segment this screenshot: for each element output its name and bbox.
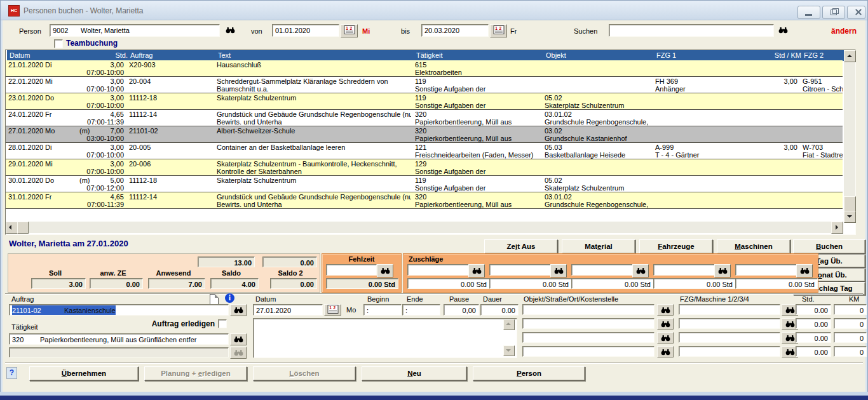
table-row[interactable]: 30.01.2020 Do(m)5,0007:00-12:0011112-18S… <box>6 176 843 192</box>
buchen-button[interactable]: Buchen <box>793 239 865 254</box>
zeit-aus-button[interactable]: Zeit Aus <box>484 239 558 254</box>
zuschlaege-panel: Zuschläge 0.00 Std0.00 Std0.00 Std0.00 S… <box>403 253 818 293</box>
new-document-icon[interactable] <box>210 294 219 305</box>
objekt-input-3[interactable] <box>522 332 654 343</box>
person-search-icon[interactable] <box>224 25 236 35</box>
person-input[interactable]: 9002Wolter, Marietta <box>50 24 220 37</box>
textarea-scroll-up-button[interactable] <box>503 319 515 330</box>
minimize-button[interactable] <box>797 6 820 19</box>
von-date-input[interactable]: 01.01.2020 <box>272 24 339 37</box>
zuschlag-input-5[interactable] <box>735 264 797 276</box>
objekt-search-icon-2[interactable] <box>657 318 674 330</box>
table-row[interactable]: 22.01.2020 Mi3,0007:00-10:0020-004Schred… <box>6 77 843 93</box>
teambuchung-checkbox[interactable] <box>54 39 63 48</box>
table-row[interactable]: 28.01.2020 Di3,0007:00-10:0020-005Contai… <box>6 143 843 159</box>
fzg-input-2[interactable] <box>679 318 780 329</box>
table-row[interactable]: 29.01.2020 Mi3,0007:00-10:0020-006Skater… <box>6 159 843 176</box>
fahrzeuge-button[interactable]: Fahrzeuge <box>639 239 713 254</box>
zuschlag-total-2: 0.00 Std <box>489 278 572 289</box>
taetigkeit2-input-disabled <box>9 347 229 357</box>
bis-date-input[interactable]: 20.03.2020 <box>421 24 489 37</box>
objekt-input-4[interactable] <box>522 346 654 357</box>
planung-erledigen-button[interactable]: Planung + erledigen <box>144 366 247 381</box>
column-header-obj[interactable]: Objekt <box>543 50 654 61</box>
datum-input[interactable]: 27.01.2020 <box>253 304 323 316</box>
fzg-input-4[interactable] <box>679 346 780 357</box>
ende-input[interactable]: : <box>402 304 440 316</box>
beginn-input[interactable]: : <box>363 304 402 316</box>
auftrag-erledigen-checkbox[interactable] <box>218 319 227 328</box>
table-row-selected[interactable]: 27.01.2020 Mo(m)7,0003:00-10:0021101-02A… <box>6 126 843 143</box>
title-bar[interactable]: HC Personen buchen - Wolter, Marietta <box>1 1 867 20</box>
suchen-input[interactable] <box>609 24 774 37</box>
zuschlag-search-icon-1[interactable] <box>468 264 485 277</box>
aendern-link[interactable]: ändern <box>831 27 857 36</box>
scroll-down-button[interactable] <box>844 211 856 223</box>
taetigkeit-search-icon[interactable] <box>230 333 247 345</box>
column-header-std[interactable]: Std. <box>77 50 131 61</box>
table-row[interactable]: 24.01.2020 Fr4,6507:00-11:3911112-14Grun… <box>6 110 843 126</box>
objekt-search-icon-3[interactable] <box>657 332 674 343</box>
column-header-fzg2[interactable]: FZG 2 <box>801 50 846 61</box>
column-header-auftrag[interactable]: Auftrag <box>128 50 216 61</box>
table-row[interactable]: 31.01.2020 Fr4,6507:00-11:3911112-14Grun… <box>6 192 843 209</box>
auftrag-input[interactable]: 21101-02Kastanienschule <box>9 304 229 316</box>
von-calendar-button[interactable]: 12 <box>341 24 358 37</box>
scroll-right-button[interactable] <box>831 222 843 234</box>
loeschen-button[interactable]: Löschen <box>253 366 356 381</box>
table-row[interactable]: 21.01.2020 Di3,0007:00-10:00X20-903Hausa… <box>6 60 843 77</box>
objekt-input-2[interactable] <box>522 318 654 329</box>
auftrag-selection: 21101-02Kastanienschule <box>12 305 116 315</box>
zuschlag-total-3: 0.00 Std <box>571 278 654 289</box>
zuschlag-search-icon-3[interactable] <box>632 264 649 277</box>
bemerkung-textarea[interactable] <box>253 318 517 358</box>
column-header-datum[interactable]: Datum <box>7 50 81 61</box>
zuschlag-input-1[interactable] <box>407 264 470 276</box>
column-header-text[interactable]: Text <box>215 50 414 61</box>
neu-button[interactable]: Neu <box>362 366 467 381</box>
maschinen-button[interactable]: Maschinen <box>717 239 790 254</box>
objekt-search-icon-1[interactable] <box>657 304 674 316</box>
material-button[interactable]: Material <box>562 239 635 254</box>
vertical-scroll-thumb[interactable] <box>844 196 856 211</box>
horizontal-scroll-thumb[interactable] <box>17 222 29 234</box>
svg-text:1: 1 <box>346 26 348 30</box>
km-value-1: 0 <box>834 304 867 315</box>
zuschlag-search-icon-5[interactable] <box>796 264 813 277</box>
zuschlag-input-2[interactable] <box>489 264 552 276</box>
bis-calendar-button[interactable]: 12 <box>490 24 507 37</box>
help-icon[interactable]: ? <box>6 367 17 379</box>
column-header-taet[interactable]: Tätigkeit <box>414 50 544 61</box>
column-header-stdkm[interactable]: Std / KM <box>753 50 804 61</box>
objekt-search-icon-4[interactable] <box>657 346 674 357</box>
suchen-search-icon[interactable] <box>776 25 789 35</box>
pause-input[interactable]: 0,00 <box>444 304 479 316</box>
scroll-up-button[interactable] <box>844 50 856 62</box>
close-button[interactable] <box>847 6 865 19</box>
person-button[interactable]: Person <box>473 366 585 381</box>
column-header-fzg1[interactable]: FZG 1 <box>654 50 756 61</box>
zuschlag-search-icon-2[interactable] <box>550 264 567 277</box>
objekt-input-1[interactable] <box>522 304 654 315</box>
fehlzeit-input[interactable] <box>326 264 377 276</box>
datum-calendar-button[interactable]: 12 <box>324 304 341 316</box>
uebernehmen-button[interactable]: Übernehmen <box>29 366 139 381</box>
taetigkeit-input[interactable]: 320Papierkorbentleerung, Müll aus Grünfl… <box>9 333 229 345</box>
vertical-scrollbar[interactable] <box>844 50 855 222</box>
fzg-input-1[interactable] <box>679 304 780 315</box>
horizontal-scrollbar[interactable] <box>6 222 843 233</box>
restore-button[interactable] <box>822 6 845 19</box>
info-icon[interactable]: i <box>225 293 234 303</box>
zuschlag-search-icon-4[interactable] <box>714 264 731 277</box>
scroll-left-button[interactable] <box>6 222 18 234</box>
zuschlag-input-4[interactable] <box>653 264 715 276</box>
zuschlag-input-3[interactable] <box>571 264 634 276</box>
fzg-input-3[interactable] <box>679 332 780 343</box>
textarea-scroll-down-button[interactable] <box>503 345 515 356</box>
fehlzeit-search-icon[interactable] <box>377 264 393 277</box>
auftrag-label: Auftrag <box>11 295 34 303</box>
dauer-input[interactable]: 0.00 <box>480 304 519 316</box>
table-row[interactable]: 23.01.2020 Do3,0007:00-10:0011112-18Skat… <box>6 93 843 110</box>
auftrag-search-icon[interactable] <box>230 304 247 316</box>
std-value-2: 0.00 <box>796 318 831 329</box>
